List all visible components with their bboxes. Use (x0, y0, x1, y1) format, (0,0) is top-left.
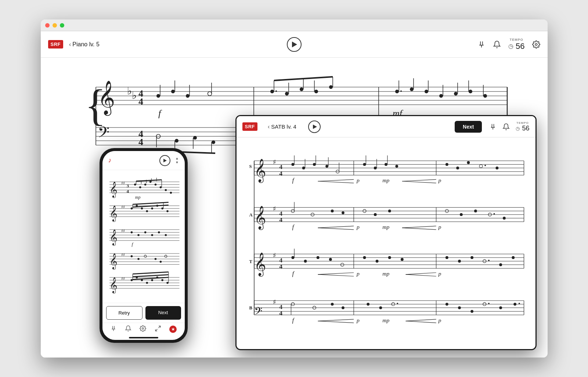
tuner-icon[interactable] (477, 40, 486, 49)
svg-point-66 (175, 139, 178, 143)
tablet-tempo-value: 56 (522, 125, 529, 132)
svg-text:𝄞: 𝄞 (109, 277, 118, 294)
svg-point-70 (212, 140, 215, 144)
svg-point-163 (467, 161, 470, 164)
svg-line-327 (133, 275, 169, 277)
svg-point-202 (400, 258, 403, 261)
phone-tuner-icon[interactable] (110, 325, 117, 333)
tablet-metronome-icon: ◷ (516, 126, 520, 131)
svg-point-177 (374, 213, 376, 216)
svg-point-308 (151, 234, 153, 236)
phone-play-button[interactable] (159, 155, 170, 166)
close-button[interactable] (45, 23, 50, 28)
svg-point-280 (149, 181, 151, 183)
svg-text:𝄞: 𝄞 (109, 205, 118, 222)
tablet-play-button[interactable] (308, 121, 321, 133)
svg-text:♯: ♯ (273, 158, 276, 166)
svg-point-284 (170, 192, 172, 194)
svg-text:S: S (249, 164, 252, 169)
svg-text:𝄞: 𝄞 (109, 229, 118, 246)
svg-line-205 (405, 274, 436, 276)
tempo-display: TEMPO ◷ 56 (508, 38, 524, 51)
svg-point-217 (331, 303, 333, 306)
minimize-button[interactable] (53, 23, 57, 28)
svg-text:♯♯: ♯♯ (121, 276, 125, 281)
svg-point-307 (144, 231, 146, 234)
svg-point-170 (331, 209, 333, 212)
svg-text:f: f (292, 223, 295, 230)
svg-point-322 (151, 279, 153, 281)
phone-next-button[interactable]: Next (145, 306, 181, 320)
tablet-back-button[interactable]: ‹ SATB lv. 4 (268, 123, 296, 130)
svg-line-173 (318, 226, 354, 228)
phone-toolbar: ★ (102, 323, 185, 335)
tablet-header-controls: TEMPO ◷ 56 (489, 121, 529, 132)
svg-line-285 (136, 180, 162, 181)
svg-point-316 (159, 261, 162, 263)
phone-star-icon[interactable]: ★ (169, 326, 177, 333)
svg-line-148 (318, 181, 354, 183)
svg-text:f: f (292, 176, 295, 184)
svg-point-207 (445, 256, 448, 259)
svg-text:♯: ♯ (273, 298, 276, 306)
svg-text:𝄢: 𝄢 (254, 305, 263, 320)
tablet-tempo-display: TEMPO ◷ 56 (516, 121, 529, 132)
svg-point-201 (388, 256, 391, 259)
svg-point-277 (134, 184, 136, 186)
svg-point-283 (165, 189, 167, 191)
bell-icon[interactable] (493, 40, 501, 49)
phone-settings-icon[interactable] (140, 325, 146, 333)
svg-line-204 (405, 273, 436, 274)
svg-point-39 (300, 87, 303, 91)
svg-point-281 (154, 184, 156, 186)
svg-point-154 (385, 163, 387, 166)
phone-sheet-music: 𝄞 𝄞 𝄞 𝄞 𝄞 ♯♯ ♯♯ ♯♯ ♯♯ ♯♯ 3 4 (105, 172, 182, 301)
svg-point-318 (130, 279, 133, 281)
svg-text:mp: mp (382, 224, 389, 230)
svg-line-302 (133, 205, 169, 207)
svg-text:p: p (356, 224, 360, 230)
maximize-button[interactable] (60, 23, 64, 28)
svg-point-34 (270, 90, 274, 93)
svg-point-209 (470, 256, 473, 259)
svg-point-140 (313, 163, 316, 166)
svg-point-49 (400, 90, 402, 92)
svg-text:4: 4 (126, 188, 129, 194)
svg-text:B: B (249, 305, 252, 310)
svg-text:4: 4 (279, 170, 282, 177)
phone-home-indicator (129, 337, 158, 338)
settings-icon[interactable] (532, 40, 540, 49)
svg-point-211 (488, 260, 490, 261)
svg-point-43 (329, 85, 333, 89)
svg-point-300 (166, 210, 169, 212)
svg-text:4: 4 (138, 137, 143, 147)
back-button[interactable]: ‹ Piano lv. 5 (69, 41, 100, 48)
tablet-next-button[interactable]: Next (455, 121, 482, 133)
svg-point-233 (470, 310, 473, 313)
svg-text:p: p (438, 177, 441, 183)
retry-button[interactable]: Retry (106, 306, 143, 320)
svg-point-59 (469, 90, 472, 93)
svg-text:T: T (249, 259, 252, 264)
svg-text:𝄞: 𝄞 (109, 253, 118, 270)
svg-point-297 (151, 208, 153, 210)
svg-point-185 (474, 209, 477, 212)
svg-text:mp: mp (382, 317, 389, 323)
svg-point-232 (458, 306, 461, 309)
svg-point-53 (425, 90, 428, 93)
play-button[interactable] (287, 37, 302, 52)
tablet-tuner-icon[interactable] (489, 123, 497, 130)
svg-point-41 (314, 90, 318, 93)
tablet-play-icon (313, 125, 317, 129)
phone-stepper[interactable]: ▲ ▼ (176, 157, 179, 164)
tablet-bell-icon[interactable] (502, 123, 510, 130)
svg-text:4: 4 (279, 263, 282, 270)
svg-text:4: 4 (279, 309, 282, 317)
phone-bell-icon[interactable] (125, 325, 131, 333)
svg-point-29 (186, 94, 190, 98)
svg-point-223 (367, 303, 369, 306)
svg-point-332 (142, 328, 144, 330)
phone-expand-icon[interactable] (155, 325, 161, 333)
desktop-window: SRF ‹ Piano lv. 5 (41, 19, 548, 358)
svg-point-305 (130, 231, 133, 234)
